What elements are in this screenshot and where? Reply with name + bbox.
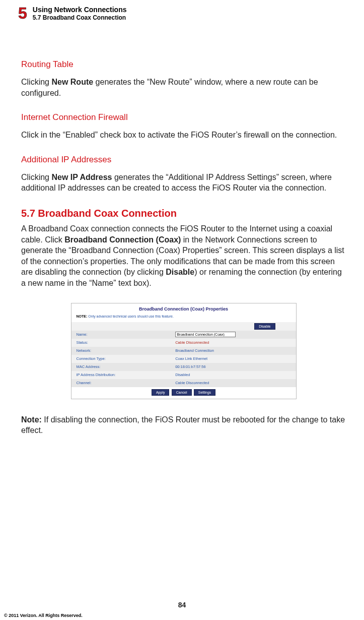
disable-button[interactable]: Disable [254,323,275,330]
cancel-button[interactable]: Cancel [172,389,192,396]
prop-label: Channel: [71,379,173,387]
apply-button[interactable]: Apply [152,389,170,396]
text: Clicking [21,173,51,181]
chapter-title: Using Network Connections [33,6,127,14]
prop-value: Cable Disconnected [172,339,296,347]
ss-title: Broadband Connection (Coax) Properties [71,303,296,314]
prop-label: Network: [71,347,173,355]
prop-value: Coax Link Ethernet [172,355,296,363]
prop-value [172,331,296,339]
heading-routing-table: Routing Table [21,59,346,70]
prop-value: Broadband Connection [172,347,296,355]
bold-broadband-connection-coax: Broadband Connection (Coax) [64,235,181,244]
prop-label: Connection Type: [71,355,173,363]
header-titles: Using Network Connections 5.7 Broadband … [33,5,127,21]
ss-note-label: NOTE: [77,315,88,318]
ss-note-text: Only advanced technical users should use… [88,315,174,318]
properties-table: Name: Status: Cable Disconnected Network… [71,331,296,387]
bold-new-route: New Route [51,78,93,86]
prop-value: Cable Disconnected [172,379,296,387]
table-row: Network: Broadband Connection [71,347,296,355]
heading-5-7: 5.7 Broadband Coax Connection [21,208,346,219]
table-row: Connection Type: Coax Link Ethernet [71,355,296,363]
prop-label: Name: [71,331,173,339]
ss-button-row: Apply Cancel Settings [71,387,296,399]
ss-disable-row: Disable [71,322,296,331]
section-label: 5.7 Broadband Coax Connection [33,14,127,21]
note-paragraph: Note: If disabling the connection, the F… [21,414,346,436]
table-row: MAC Address: 00:18:01:b7:57:56 [71,363,296,371]
table-row: IP Address Distribution: Disabled [71,371,296,379]
prop-label: IP Address Distribution: [71,371,173,379]
ss-note: NOTE: Only advanced technical users shou… [71,314,296,322]
prop-value: 00:18:01:b7:57:56 [172,363,296,371]
bold-disable: Disable [166,268,194,276]
para-firewall: Click in the “Enabled” check box to acti… [21,130,346,141]
prop-label: Status: [71,339,173,347]
prop-label: MAC Address: [71,363,173,371]
table-row: Status: Cable Disconnected [71,339,296,347]
name-input[interactable] [175,332,236,337]
note-label: Note: [21,415,42,424]
heading-firewall: Internet Connection Firewall [21,112,346,122]
heading-additional-ip: Additional IP Addresses [21,155,346,165]
page-header: 5 Using Network Connections 5.7 Broadban… [5,3,359,24]
note-text: If disabling the connection, the FiOS Ro… [21,415,345,435]
para-additional-ip: Clicking New IP Address generates the “A… [21,172,346,194]
para-routing-table: Clicking New Route generates the “New Ro… [21,77,346,98]
properties-screenshot: Broadband Connection (Coax) Properties N… [71,303,297,399]
prop-value: Disabled [172,371,296,379]
text: Clicking [21,78,51,86]
table-row: Name: [71,331,296,339]
para-5-7: A Broadband Coax connection connects the… [21,223,346,289]
copyright: © 2011 Verizon. All Rights Reserved. [4,613,83,618]
chapter-number: 5 [18,5,27,21]
bold-new-ip-address: New IP Address [51,173,112,181]
table-row: Channel: Cable Disconnected [71,379,296,387]
page-number: 84 [0,601,364,609]
settings-button[interactable]: Settings [194,389,215,396]
